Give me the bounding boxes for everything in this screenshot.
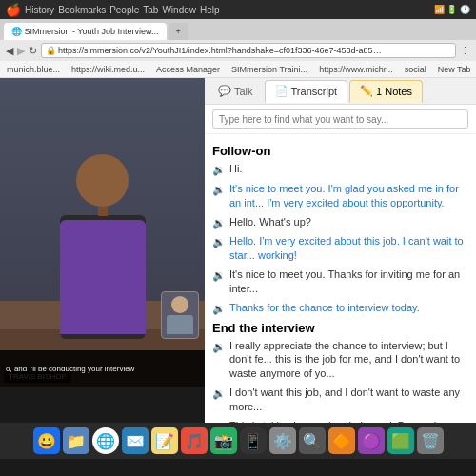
back-button[interactable]: ◀ [6, 45, 13, 57]
menu-history[interactable]: History [25, 5, 54, 15]
bookmark-6[interactable]: social [402, 64, 429, 75]
transcript-text: This is taking longer than I planned. Do… [229, 419, 468, 423]
speaker-icon: 🔉 [212, 268, 226, 283]
dock-notes[interactable]: 📝 [151, 427, 178, 454]
dock: 😀 📁 🌐 ✉️ 📝 🎵 📸 📱 ⚙️ 🔍 🔶 🟣 🟩 🗑️ [0, 423, 476, 459]
speaker-icon: 🔉 [212, 216, 226, 230]
transcript-text: It's nice to meet you. Thanks for inviti… [229, 268, 468, 296]
caption-bar: o, and I'll be conducting your interview [0, 350, 205, 387]
bookmark-4[interactable]: SIMmersion Traini... [228, 64, 310, 75]
dock-iphone[interactable]: 📱 [240, 427, 267, 454]
browser-tab-active[interactable]: 🌐 SIMmersion - Youth Job Interview... [4, 23, 167, 40]
transcript-item[interactable]: 🔉 Hello. I'm very excited about this job… [212, 234, 468, 263]
transcript-icon: 📄 [275, 85, 288, 97]
transcript-text: I don't want this job, and I don't want … [229, 386, 468, 414]
dock-settings[interactable]: ⚙️ [269, 427, 296, 454]
extensions-button[interactable]: ⋮ [460, 45, 470, 57]
url-bar-row: ◀ ▶ ↻ 🔒 https://simmersion.co/v2/YouthJI… [0, 40, 476, 61]
transcript-item[interactable]: 🔉 It's nice to meet you. Thanks for invi… [212, 268, 468, 296]
corner-avatar [161, 291, 199, 339]
bookmark-7[interactable]: New Tab [435, 64, 474, 75]
transcript-text: Hello. I'm very excited about this job. … [229, 234, 468, 263]
left-panel: TRAVIS BISHOP o, and I'll be conducting … [0, 78, 205, 423]
person-body [60, 220, 146, 334]
person-head [76, 154, 129, 207]
speaker-icon: 🔉 [212, 387, 226, 401]
dock-mail[interactable]: ✉️ [122, 427, 149, 454]
right-panel: 💬 Talk 📄 Transcript ✏️ 1 Notes Follow-on… [205, 78, 476, 423]
transcript-item[interactable]: 🔉 Hello. What's up? [212, 215, 468, 230]
notes-icon: ✏️ [360, 85, 373, 97]
dock-app1[interactable]: 🔶 [328, 427, 355, 454]
bookmark-2[interactable]: https://wiki.med.u... [69, 64, 148, 75]
dock-folder[interactable]: 📁 [63, 427, 89, 454]
bookmark-1[interactable]: munich.blue... [4, 64, 63, 75]
tab-transcript-label: Transcript [291, 86, 338, 97]
interview-video: TRAVIS BISHOP [0, 78, 205, 387]
section-follow-on: Follow-on [212, 144, 468, 158]
transcript-text: Hello. What's up? [229, 215, 311, 229]
tab-transcript[interactable]: 📄 Transcript [265, 80, 348, 103]
transcript-content[interactable]: Follow-on 🔉 Hi. 🔉 It's nice to meet you.… [205, 134, 476, 423]
main-content: TRAVIS BISHOP o, and I'll be conducting … [0, 78, 476, 423]
url-input[interactable]: 🔒 https://simmersion.co/v2/YouthJI1/inde… [41, 43, 456, 58]
forward-button[interactable]: ▶ [17, 45, 25, 57]
browser-tab-bar: 🌐 SIMmersion - Youth Job Interview... + [0, 19, 476, 40]
dock-app2[interactable]: 🟣 [358, 427, 385, 454]
menu-help[interactable]: Help [200, 5, 220, 15]
tab-talk[interactable]: 💬 Talk [208, 80, 263, 103]
transcript-text: Hi. [229, 162, 242, 176]
menu-bookmarks[interactable]: Bookmarks [58, 5, 106, 15]
browser-tab-2[interactable]: + [169, 23, 188, 40]
search-box [205, 105, 476, 134]
menu-bar: 🍎 History Bookmarks People Tab Window He… [0, 0, 476, 19]
transcript-item[interactable]: 🔉 I don't want this job, and I don't wan… [212, 386, 468, 414]
transcript-item[interactable]: 🔉 It's nice to meet you. I'm glad you as… [212, 182, 468, 210]
bookmark-3[interactable]: Access Manager [153, 64, 223, 75]
transcript-text: I really appreciate the chance to interv… [229, 339, 468, 382]
section-end-interview: End the interview [212, 321, 468, 335]
bookmark-5[interactable]: https://www.michr... [316, 64, 396, 75]
menu-window[interactable]: Window [162, 5, 196, 15]
speaker-icon: 🔉 [212, 183, 226, 197]
dock-search[interactable]: 🔍 [299, 427, 326, 454]
search-input[interactable] [212, 109, 468, 129]
transcript-text: Thanks for the chance to interview today… [229, 301, 420, 315]
tab-notes-label: 1 Notes [376, 86, 412, 97]
dock-chrome[interactable]: 🌐 [92, 427, 119, 454]
transcript-text: It's nice to meet you. I'm glad you aske… [229, 182, 468, 210]
speaker-icon: 🔉 [212, 163, 226, 177]
talk-icon: 💬 [218, 85, 231, 97]
transcript-item[interactable]: 🔉 Hi. [212, 162, 468, 177]
dock-photos[interactable]: 📸 [210, 427, 237, 454]
transcript-item[interactable]: 🔉 Thanks for the chance to interview tod… [212, 301, 468, 316]
apple-menu[interactable]: 🍎 [6, 3, 21, 17]
dock-trash[interactable]: 🗑️ [417, 427, 444, 454]
menu-tab[interactable]: Tab [143, 5, 158, 15]
speaker-icon: 🔉 [212, 302, 226, 316]
refresh-button[interactable]: ↻ [29, 45, 37, 57]
speaker-icon: 🔉 [212, 340, 226, 354]
dock-finder[interactable]: 😀 [33, 427, 60, 454]
caption-text: o, and I'll be conducting your interview [6, 365, 134, 373]
speaker-icon: 🔉 [212, 420, 226, 423]
transcript-item[interactable]: 🔉 This is taking longer than I planned. … [212, 419, 468, 423]
dock-music[interactable]: 🎵 [181, 427, 208, 454]
transcript-item[interactable]: 🔉 I really appreciate the chance to inte… [212, 339, 468, 382]
speaker-icon: 🔉 [212, 235, 226, 249]
bookmark-bar: munich.blue... https://wiki.med.u... Acc… [0, 61, 476, 78]
video-area: TRAVIS BISHOP o, and I'll be conducting … [0, 78, 205, 387]
tab-notes[interactable]: ✏️ 1 Notes [349, 80, 423, 103]
url-text: https://simmersion.co/v2/YouthJI1/index.… [58, 46, 382, 55]
dock-app3[interactable]: 🟩 [387, 427, 414, 454]
menu-people[interactable]: People [109, 5, 139, 15]
panel-tabs: 💬 Talk 📄 Transcript ✏️ 1 Notes [205, 78, 476, 105]
tab-talk-label: Talk [234, 86, 253, 97]
